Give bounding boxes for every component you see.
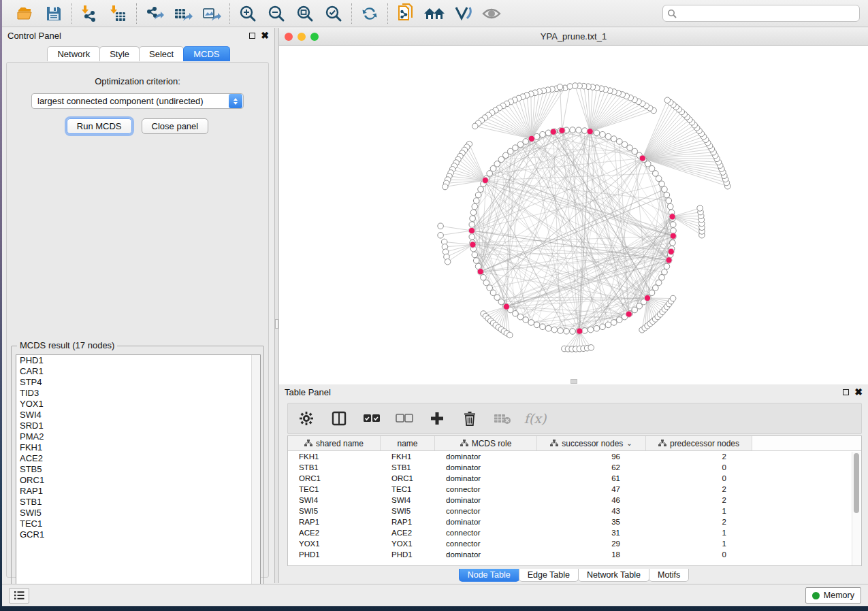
table-row[interactable]: RAP1RAP1dominator352 — [288, 516, 861, 527]
graph-node[interactable] — [594, 325, 600, 331]
close-panel-button[interactable]: Close panel — [142, 118, 209, 134]
cell-mcds-role[interactable]: dominator — [435, 496, 537, 504]
graph-node[interactable] — [534, 322, 540, 328]
tab-mcds[interactable]: MCDS — [183, 46, 229, 61]
cell-predecessor-nodes[interactable]: 0 — [646, 550, 752, 559]
graph-node[interactable] — [605, 133, 611, 139]
mcds-list-scrollbar[interactable] — [251, 355, 260, 593]
graph-node[interactable] — [577, 328, 583, 334]
cell-mcds-role[interactable]: dominator — [435, 518, 537, 526]
graph-node[interactable] — [616, 139, 622, 145]
graph-node[interactable] — [600, 131, 606, 137]
column-header-successor-nodes[interactable]: successor nodes⌄ — [537, 436, 646, 450]
cell-shared-name[interactable]: YOX1 — [288, 540, 381, 548]
column-header-MCDS-role[interactable]: MCDS role — [435, 436, 537, 450]
cell-name[interactable]: SWI4 — [381, 496, 435, 504]
graph-node[interactable] — [639, 155, 645, 161]
graph-node[interactable] — [503, 303, 509, 310]
graph-node[interactable] — [550, 129, 556, 135]
graph-node[interactable] — [557, 84, 563, 90]
zoom-selected-button[interactable] — [324, 4, 343, 23]
graph-node[interactable] — [481, 274, 487, 280]
graph-node[interactable] — [559, 127, 565, 133]
graph-node[interactable] — [666, 198, 672, 204]
tab-edge-table[interactable]: Edge Table — [519, 569, 579, 582]
mcds-result-item[interactable]: RAP1 — [16, 486, 260, 497]
graph-node[interactable] — [600, 324, 606, 330]
mcds-result-item[interactable]: PHD1 — [16, 355, 260, 366]
export-image-button[interactable] — [202, 4, 221, 23]
mcds-result-item[interactable]: ACE2 — [16, 453, 260, 464]
cell-mcds-role[interactable]: connector — [435, 485, 537, 493]
graph-node[interactable] — [611, 136, 617, 142]
cell-mcds-role[interactable]: connector — [435, 529, 537, 537]
table-scrollbar[interactable] — [852, 452, 861, 566]
network-canvas[interactable] — [279, 46, 868, 384]
graph-node[interactable] — [523, 139, 529, 145]
tab-network-table[interactable]: Network Table — [578, 569, 649, 582]
graph-node[interactable] — [469, 234, 475, 240]
graph-node[interactable] — [594, 130, 600, 136]
graph-node[interactable] — [540, 131, 546, 137]
mcds-result-list[interactable]: PHD1CAR1STP4TID3YOX1SWI4SRD1PMA2FKH1ACE2… — [16, 354, 261, 594]
column-header-predecessor-nodes[interactable]: predecessor nodes — [646, 436, 752, 450]
cell-successor-nodes[interactable]: 43 — [537, 507, 646, 515]
graph-node[interactable] — [528, 135, 534, 142]
splitter-grip[interactable] — [275, 319, 278, 329]
cell-name[interactable]: ACE2 — [381, 529, 435, 537]
cell-successor-nodes[interactable]: 35 — [537, 518, 646, 526]
mcds-result-item[interactable]: CAR1 — [16, 366, 260, 377]
table-row[interactable]: PHD1PHD1dominator180 — [288, 549, 861, 560]
mcds-result-item[interactable]: ORC1 — [16, 475, 260, 486]
graph-node[interactable] — [528, 320, 534, 326]
graph-node[interactable] — [475, 192, 481, 198]
cell-successor-nodes[interactable]: 61 — [537, 474, 646, 482]
save-session-button[interactable] — [44, 4, 63, 23]
graph-node[interactable] — [576, 127, 582, 133]
graph-node[interactable] — [666, 257, 672, 263]
cell-successor-nodes[interactable]: 47 — [537, 485, 646, 493]
graph-node[interactable] — [656, 176, 662, 182]
graph-node[interactable] — [644, 295, 650, 301]
cell-predecessor-nodes[interactable]: 1 — [646, 529, 752, 537]
cell-shared-name[interactable]: FKH1 — [288, 452, 381, 461]
cell-shared-name[interactable]: STB1 — [288, 463, 381, 472]
graph-node[interactable] — [670, 233, 676, 239]
graph-node[interactable] — [470, 210, 477, 216]
mcds-result-item[interactable]: FKH1 — [16, 442, 260, 453]
cell-predecessor-nodes[interactable]: 2 — [646, 518, 752, 526]
cell-shared-name[interactable]: SWI4 — [288, 496, 381, 504]
cell-shared-name[interactable]: ORC1 — [288, 474, 381, 482]
cell-successor-nodes[interactable]: 46 — [537, 496, 646, 504]
cell-shared-name[interactable]: PHD1 — [288, 550, 381, 559]
graph-node[interactable] — [656, 280, 662, 286]
graph-node[interactable] — [477, 269, 483, 275]
cell-name[interactable]: PHD1 — [381, 550, 435, 559]
cell-name[interactable]: SWI5 — [381, 507, 435, 515]
graph-node[interactable] — [540, 324, 546, 330]
cell-mcds-role[interactable]: dominator — [435, 452, 537, 461]
cell-shared-name[interactable]: TEC1 — [288, 485, 381, 493]
graph-node[interactable] — [558, 328, 564, 334]
import-network-button[interactable] — [80, 4, 99, 23]
table-row[interactable]: STB1STB1dominator620 — [288, 462, 861, 473]
graph-node[interactable] — [588, 345, 594, 351]
export-network-button[interactable] — [145, 4, 164, 23]
cell-successor-nodes[interactable]: 29 — [537, 540, 646, 548]
cell-name[interactable]: FKH1 — [381, 452, 435, 461]
graph-node[interactable] — [545, 325, 551, 331]
cell-predecessor-nodes[interactable]: 0 — [646, 463, 752, 472]
cell-mcds-role[interactable]: dominator — [435, 463, 537, 472]
cell-name[interactable]: RAP1 — [381, 518, 435, 526]
style-visibility-button[interactable] — [453, 4, 472, 23]
mcds-result-item[interactable]: SWI5 — [16, 508, 260, 518]
graph-node[interactable] — [653, 285, 659, 291]
tab-motifs[interactable]: Motifs — [649, 569, 689, 582]
cell-shared-name[interactable]: SWI5 — [288, 507, 381, 515]
apply-layout-button[interactable] — [360, 4, 379, 23]
graph-node[interactable] — [669, 214, 675, 220]
cell-successor-nodes[interactable]: 96 — [537, 452, 646, 461]
float-panel-icon[interactable] — [249, 33, 255, 39]
clone-network-button[interactable] — [396, 4, 415, 23]
graph-node[interactable] — [478, 186, 484, 193]
